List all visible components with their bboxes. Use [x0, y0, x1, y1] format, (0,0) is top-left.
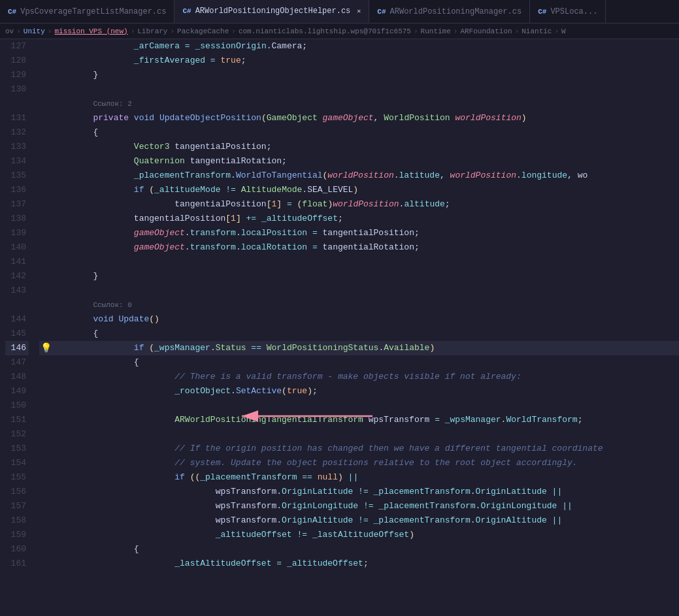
- gutter-cell: 💡: [39, 341, 52, 355]
- code-line: // If the origin position has changed th…: [39, 442, 679, 456]
- line-num: 147: [5, 355, 29, 370]
- code-text: Vector3 tangentialPosition;: [52, 140, 271, 154]
- code-text: {: [52, 355, 139, 370]
- code-line: wpsTransform.OriginAltitude != _placemen…: [39, 513, 679, 528]
- line-num: 142: [5, 269, 29, 284]
- code-text: // There is a valid transform - make obj…: [52, 370, 522, 384]
- tab-icon-3: C#: [377, 8, 386, 16]
- code-line: gameObject.transform.localPosition = tan…: [39, 226, 679, 240]
- code-text: tangentialPosition[1] += _altitudeOffset…: [52, 212, 343, 226]
- code-line: ARWorldPositioningTangentialTransform wp…: [39, 413, 679, 427]
- line-num: 136: [5, 183, 29, 197]
- line-num: 144: [5, 312, 29, 327]
- code-line: {: [39, 355, 679, 370]
- code-line: if (_altitudeMode != AltitudeMode.SEA_LE…: [39, 183, 679, 197]
- code-line: [39, 398, 679, 413]
- line-num: 151: [5, 413, 29, 427]
- line-num: 141: [5, 255, 29, 269]
- code-line: gameObject.transform.localRotation = tan…: [39, 240, 679, 255]
- code-text: }: [52, 68, 98, 82]
- tab-vpsloca[interactable]: C# VPSLoca...: [530, 0, 606, 24]
- line-num: 128: [5, 54, 29, 68]
- line-num: 150: [5, 398, 29, 413]
- code-line: _altitudeOffset != _lastAltitudeOffset): [39, 528, 679, 542]
- line-num: 133: [5, 140, 29, 154]
- code-line: tangentialPosition[1] += _altitudeOffset…: [39, 212, 679, 226]
- line-num: 161: [5, 557, 29, 571]
- code-line: [39, 427, 679, 442]
- code-text: gameObject.transform.localPosition = tan…: [52, 226, 420, 240]
- code-line: {: [39, 542, 679, 557]
- code-text: {: [52, 125, 98, 140]
- code-text: if ((_placementTransform == null) ||: [52, 470, 358, 485]
- code-text: ARWorldPositioningTangentialTransform wp…: [52, 413, 582, 427]
- code-line: tangentialPosition[1] = (float)worldPosi…: [39, 197, 679, 212]
- code-area: 1271281291301311321331341351361371381391…: [0, 39, 679, 616]
- line-num: 149: [5, 384, 29, 398]
- code-line: Ссылок: 0: [39, 298, 679, 312]
- code-text: _rootObject.SetActive(true);: [52, 384, 318, 398]
- code-line: Quaternion tangentialRotation;: [39, 154, 679, 169]
- code-line: _lastAltitudeOffset = _altitudeOffset;: [39, 557, 679, 571]
- line-num: 131: [5, 111, 29, 125]
- code-line: Ссылок: 2: [39, 97, 679, 111]
- code-line: }: [39, 269, 679, 284]
- tab-vpscoverage[interactable]: C# VpsCoverageTargetListManager.cs: [0, 0, 174, 24]
- code-line: if ((_placementTransform == null) ||: [39, 470, 679, 485]
- line-num: 152: [5, 427, 29, 442]
- tab-bar: C# VpsCoverageTargetListManager.cs C# AR…: [0, 0, 679, 24]
- code-line: Vector3 tangentialPosition;: [39, 140, 679, 154]
- code-text: _arCamera = _sessionOrigin.Camera;: [52, 39, 307, 54]
- code-line: _rootObject.SetActive(true);: [39, 384, 679, 398]
- line-num: 129: [5, 68, 29, 82]
- code-text: if (_wpsManager.Status == WorldPositioni…: [52, 341, 435, 355]
- tab-label-2: ARWorldPositioningObjectHelper.cs: [195, 7, 351, 16]
- code-line: [39, 255, 679, 269]
- line-num: 138: [5, 212, 29, 226]
- code-line: // system. Update the object positions r…: [39, 456, 679, 470]
- code-text: tangentialPosition[1] = (float)worldPosi…: [52, 197, 450, 212]
- line-num: [5, 97, 29, 111]
- code-text: Quaternion tangentialRotation;: [52, 154, 287, 169]
- code-line: wpsTransform.OriginLatitude != _placemen…: [39, 485, 679, 499]
- line-num: 154: [5, 456, 29, 470]
- line-num: 139: [5, 226, 29, 240]
- code-text: // If the origin position has changed th…: [52, 442, 603, 456]
- code-content[interactable]: _arCamera = _sessionOrigin.Camera; _firs…: [34, 39, 679, 616]
- code-text: wpsTransform.OriginAltitude != _placemen…: [52, 513, 562, 528]
- code-line: 💡 if (_wpsManager.Status == WorldPositio…: [39, 341, 679, 355]
- editor-container: C# VpsCoverageTargetListManager.cs C# AR…: [0, 0, 679, 616]
- code-line: }: [39, 68, 679, 82]
- tab-icon-4: C#: [538, 8, 546, 16]
- tab-armanager[interactable]: C# ARWorldPositioningManager.cs: [369, 0, 530, 24]
- code-text: {: [52, 327, 98, 341]
- line-num: 157: [5, 499, 29, 513]
- code-line: [39, 82, 679, 97]
- line-num: 155: [5, 470, 29, 485]
- tab-icon-2: C#: [182, 7, 191, 15]
- line-num: 153: [5, 442, 29, 456]
- code-text: _firstAveraged = true;: [52, 54, 246, 68]
- code-line: void Update(): [39, 312, 679, 327]
- tab-arworld[interactable]: C# ARWorldPositioningObjectHelper.cs ✕: [174, 0, 369, 24]
- code-line: _placementTransform.WorldToTangential(wo…: [39, 169, 679, 183]
- line-num: 160: [5, 542, 29, 557]
- line-num: 137: [5, 197, 29, 212]
- code-line: _firstAveraged = true;: [39, 54, 679, 68]
- tab-close-2[interactable]: ✕: [357, 7, 361, 15]
- code-line: _arCamera = _sessionOrigin.Camera;: [39, 39, 679, 54]
- line-num: 134: [5, 154, 29, 169]
- line-num: 156: [5, 485, 29, 499]
- code-line: {: [39, 125, 679, 140]
- code-text: gameObject.transform.localRotation = tan…: [52, 240, 420, 255]
- line-num: 159: [5, 528, 29, 542]
- code-line: private void UpdateObjectPosition(GameOb…: [39, 111, 679, 125]
- tab-label-1: VpsCoverageTargetListManager.cs: [20, 7, 166, 16]
- breadcrumb: ov › Unity › mission VPS (new) › Library…: [0, 24, 679, 39]
- line-num: 146: [5, 341, 29, 355]
- code-text: _placementTransform.WorldToTangential(wo…: [52, 169, 588, 183]
- line-num: 143: [5, 284, 29, 298]
- tab-label-3: ARWorldPositioningManager.cs: [390, 7, 522, 16]
- code-text: private void UpdateObjectPosition(GameOb…: [52, 111, 527, 125]
- code-line: [39, 284, 679, 298]
